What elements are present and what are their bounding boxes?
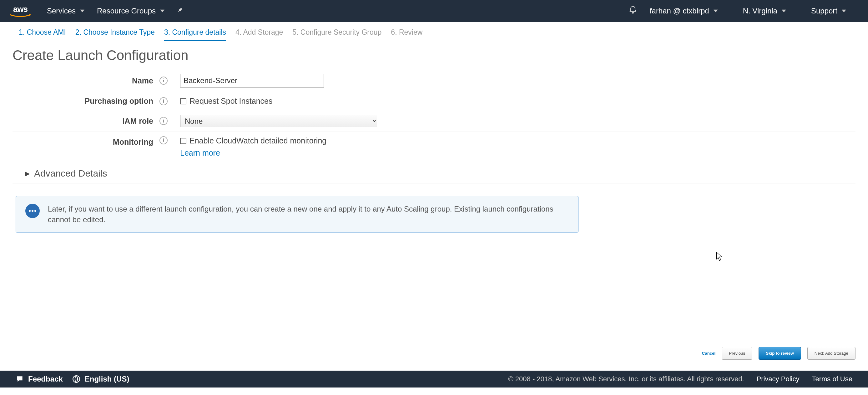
info-icon[interactable]: i	[159, 97, 167, 105]
privacy-link[interactable]: Privacy Policy	[756, 375, 799, 383]
mouse-cursor-icon	[716, 252, 723, 261]
resource-groups-menu[interactable]: Resource Groups	[97, 6, 164, 15]
aws-swoosh-icon	[9, 14, 31, 18]
resource-groups-label: Resource Groups	[97, 6, 156, 15]
info-icon[interactable]: i	[159, 117, 167, 125]
wizard-step-4: 4. Add Storage	[236, 28, 283, 41]
cloudwatch-checkbox-row[interactable]: Enable CloudWatch detailed monitoring	[180, 136, 327, 145]
cloudwatch-checkbox-label: Enable CloudWatch detailed monitoring	[189, 136, 327, 145]
wizard-step-2[interactable]: 2. Choose Instance Type	[75, 28, 155, 41]
checkbox-icon	[180, 98, 186, 104]
footer-buttons: Cancel Previous Skip to review Next: Add…	[702, 347, 856, 360]
chevron-down-icon	[160, 9, 164, 13]
main-content: Create Launch Configuration Name i Purch…	[0, 44, 868, 232]
form-row-name: Name i	[12, 69, 856, 92]
advanced-details-label: Advanced Details	[34, 168, 107, 179]
iam-role-select[interactable]: None	[180, 115, 377, 127]
region-label: N. Virginia	[743, 6, 777, 15]
spot-checkbox-row[interactable]: Request Spot Instances	[180, 97, 272, 106]
aws-logo-text: aws	[13, 4, 28, 14]
chevron-down-icon	[714, 9, 718, 13]
info-box: Later, if you want to use a different la…	[16, 196, 579, 232]
language-label: English (US)	[85, 375, 129, 384]
notifications-icon[interactable]	[628, 6, 637, 16]
wizard-steps: 1. Choose AMI 2. Choose Instance Type 3.…	[0, 22, 868, 44]
triangle-right-icon: ▶	[25, 170, 30, 177]
name-label: Name	[25, 76, 159, 85]
learn-more-link[interactable]: Learn more	[180, 149, 327, 158]
feedback-label: Feedback	[28, 375, 63, 384]
name-input[interactable]	[180, 74, 324, 88]
skip-to-review-button[interactable]: Skip to review	[758, 347, 801, 360]
globe-icon	[72, 375, 80, 383]
chevron-down-icon	[782, 9, 786, 13]
checkbox-icon	[180, 138, 186, 144]
account-label: farhan @ ctxblrpd	[650, 6, 709, 15]
form-row-iam: IAM role i None	[12, 110, 856, 132]
top-navigation: aws Services Resource Groups farhan @ ct…	[0, 0, 868, 22]
info-icon[interactable]: i	[159, 136, 167, 144]
chevron-down-icon	[80, 9, 85, 13]
chevron-down-icon	[842, 9, 846, 13]
copyright-text: © 2008 - 2018, Amazon Web Services, Inc.…	[508, 375, 744, 383]
account-menu[interactable]: farhan @ ctxblrpd	[650, 6, 718, 15]
services-menu[interactable]: Services	[47, 6, 85, 15]
speech-icon	[16, 375, 24, 383]
page-title: Create Launch Configuration	[12, 47, 856, 63]
terms-link[interactable]: Terms of Use	[812, 375, 852, 383]
cancel-button[interactable]: Cancel	[702, 351, 716, 356]
form-row-purchasing: Purchasing option i Request Spot Instanc…	[12, 92, 856, 110]
info-icon[interactable]: i	[159, 76, 167, 85]
wizard-step-6: 6. Review	[391, 28, 423, 41]
services-label: Services	[47, 6, 76, 15]
aws-logo[interactable]: aws	[9, 4, 31, 18]
form-row-monitoring: Monitoring i Enable CloudWatch detailed …	[12, 132, 856, 162]
iam-label: IAM role	[25, 117, 159, 126]
bottom-bar: Feedback English (US) © 2008 - 2018, Ama…	[0, 371, 868, 388]
region-menu[interactable]: N. Virginia	[743, 6, 786, 15]
wizard-step-3[interactable]: 3. Configure details	[164, 28, 226, 41]
support-label: Support	[811, 6, 837, 15]
speech-bubble-icon	[25, 204, 40, 218]
previous-button[interactable]: Previous	[722, 347, 752, 360]
spot-checkbox-label: Request Spot Instances	[189, 97, 272, 106]
wizard-step-5: 5. Configure Security Group	[292, 28, 381, 41]
monitoring-label: Monitoring	[25, 136, 159, 146]
support-menu[interactable]: Support	[811, 6, 846, 15]
next-button[interactable]: Next: Add Storage	[807, 347, 856, 360]
feedback-button[interactable]: Feedback	[16, 375, 63, 384]
info-box-text: Later, if you want to use a different la…	[48, 204, 569, 225]
language-selector[interactable]: English (US)	[72, 375, 129, 384]
wizard-step-1[interactable]: 1. Choose AMI	[19, 28, 66, 41]
advanced-details-toggle[interactable]: ▶ Advanced Details	[12, 162, 856, 184]
pin-icon[interactable]	[177, 6, 184, 15]
purchasing-label: Purchasing option	[25, 97, 159, 106]
